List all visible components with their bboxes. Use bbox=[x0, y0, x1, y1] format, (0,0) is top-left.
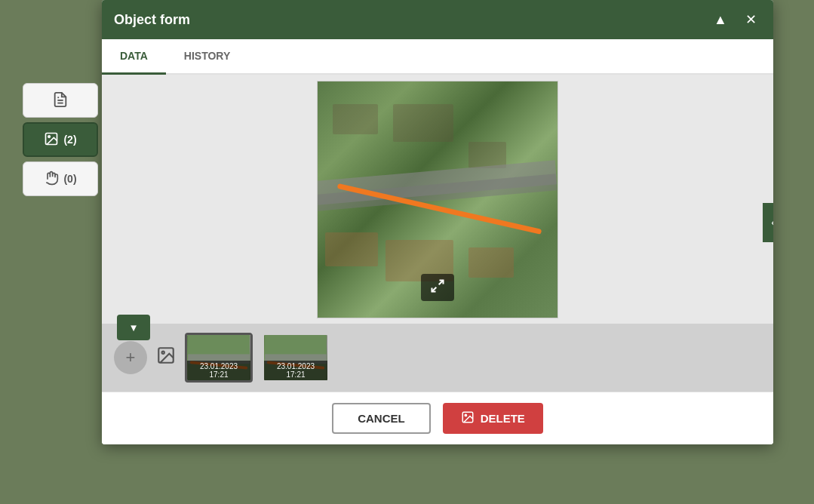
image-icon bbox=[156, 350, 176, 369]
add-thumbnail-button[interactable]: + bbox=[114, 341, 147, 374]
modal-footer: CANCEL DELETE bbox=[102, 392, 773, 444]
hand-icon bbox=[44, 171, 59, 188]
tab-data[interactable]: DATA bbox=[102, 39, 166, 75]
chevron-down-button[interactable]: ▼ bbox=[117, 315, 150, 340]
expand-icon bbox=[430, 278, 445, 297]
svg-point-8 bbox=[162, 352, 164, 354]
modal-body: ▼ bbox=[102, 75, 773, 324]
sidebar-item-doc[interactable] bbox=[23, 83, 98, 118]
delete-label: DELETE bbox=[481, 412, 525, 425]
sidebar-item-hand[interactable]: (0) bbox=[23, 161, 98, 196]
object-form-modal: Object form ▲ ✕ DATA HISTORY bbox=[102, 0, 773, 444]
modal-tabs: DATA HISTORY bbox=[102, 39, 773, 75]
minimize-button[interactable]: ▲ bbox=[710, 9, 731, 30]
delete-icon bbox=[461, 410, 475, 426]
thumb-label-1: 23.01.2023 17:21 bbox=[187, 361, 250, 380]
photo-count: (2) bbox=[63, 134, 76, 146]
thumb-label-2: 23.01.2023 17:21 bbox=[264, 361, 327, 380]
right-collapse-handle[interactable]: ‹ bbox=[763, 203, 773, 242]
cancel-button[interactable]: CANCEL bbox=[332, 403, 431, 434]
sidebar-item-photo[interactable]: (2) bbox=[23, 122, 98, 157]
sidebar: (2) (0) bbox=[23, 83, 98, 196]
expand-button[interactable] bbox=[421, 274, 454, 301]
thumbnail-1[interactable]: 23.01.2023 17:21 bbox=[185, 333, 253, 383]
svg-point-3 bbox=[48, 135, 51, 137]
modal-header: Object form ▲ ✕ bbox=[102, 0, 773, 39]
thumbnail-strip: + 23.01.2023 17:21 bbox=[102, 324, 773, 392]
svg-point-16 bbox=[465, 414, 466, 416]
modal-title: Object form bbox=[114, 12, 190, 28]
image-library-button[interactable] bbox=[156, 346, 176, 370]
document-icon bbox=[52, 91, 69, 110]
chevron-left-icon: ‹ bbox=[771, 216, 773, 229]
thumbnail-2[interactable]: 23.01.2023 17:21 bbox=[262, 333, 330, 383]
close-button[interactable]: ✕ bbox=[740, 9, 761, 30]
modal-header-controls: ▲ ✕ bbox=[710, 9, 761, 30]
hand-count: (0) bbox=[63, 173, 76, 185]
photo-icon bbox=[44, 131, 59, 149]
chevron-down-icon: ▼ bbox=[128, 322, 138, 333]
tab-history[interactable]: HISTORY bbox=[166, 39, 248, 75]
delete-button[interactable]: DELETE bbox=[443, 403, 543, 434]
